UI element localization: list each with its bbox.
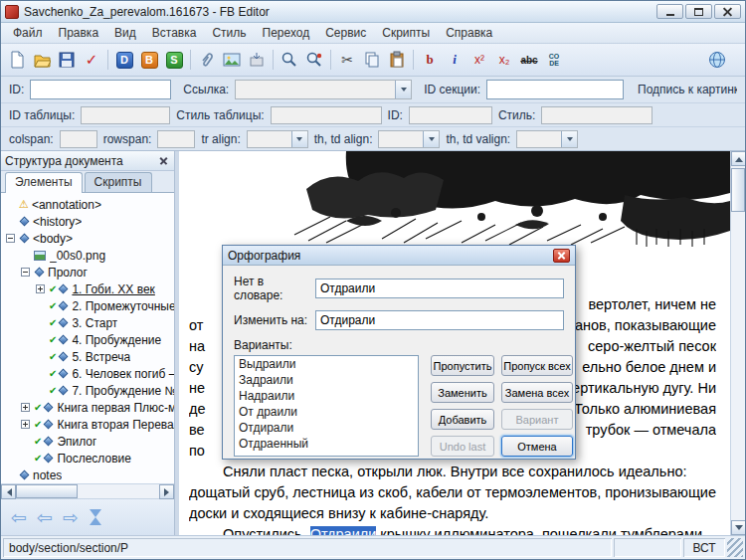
collapse-toggle[interactable] [21, 268, 30, 277]
panel-close-button[interactable] [156, 154, 170, 168]
scrollbar-thumb[interactable] [731, 168, 745, 212]
menu-view[interactable]: Вид [106, 24, 144, 42]
expand-toggle[interactable] [36, 284, 45, 293]
back-icon[interactable]: ⇦ [11, 508, 27, 527]
tree-item-section[interactable]: ✔6. Человек погиб — ч [1, 365, 174, 382]
tree-item-afterword[interactable]: ✔Послесловие [1, 450, 174, 467]
th-td-valign-combobox[interactable] [516, 130, 578, 148]
rowspan-input[interactable] [157, 130, 195, 148]
variant-option[interactable]: Надраили [235, 388, 418, 404]
tree-item-history[interactable]: <history> [1, 213, 174, 230]
scroll-down-button[interactable] [731, 520, 746, 535]
tree-item-section[interactable]: ✔1. Гоби. XX век [1, 280, 174, 297]
superscript-button[interactable]: x² [467, 48, 491, 72]
strikethrough-button[interactable]: abc [517, 48, 541, 72]
language-button[interactable] [705, 48, 729, 72]
open-button[interactable] [30, 48, 54, 72]
menu-help[interactable]: Справка [438, 24, 500, 42]
menu-insert[interactable]: Вставка [144, 24, 205, 42]
variant-option[interactable]: Выдраили [235, 356, 418, 372]
export-button[interactable] [245, 48, 269, 72]
tree-item-section[interactable]: ✔5. Встреча [1, 348, 174, 365]
tree-item-section[interactable]: ✔4. Пробуждение [1, 331, 174, 348]
tree-item-section[interactable]: ✔3. Старт [1, 314, 174, 331]
table-style-input[interactable] [271, 106, 382, 124]
replace-all-button[interactable]: Замена всех [501, 382, 573, 403]
new-document-button[interactable] [5, 48, 29, 72]
add-button[interactable]: Добавить [431, 409, 494, 430]
scrollbar-thumb[interactable] [16, 484, 78, 498]
resize-grip[interactable] [727, 538, 743, 557]
tree-item-body[interactable]: <body> [1, 230, 174, 247]
variant-option[interactable]: Задраили [235, 372, 418, 388]
variant-option[interactable]: Отдраенный [235, 436, 418, 452]
menu-style[interactable]: Стиль [204, 24, 254, 42]
skip-button[interactable]: Пропустить [431, 355, 494, 376]
attach-binary-button[interactable] [195, 48, 219, 72]
tab-elements[interactable]: Элементы [5, 172, 83, 193]
source-mode-button[interactable]: S [162, 48, 186, 72]
collapse-toggle[interactable] [6, 234, 15, 243]
id-input[interactable] [30, 80, 171, 99]
menu-file[interactable]: Файл [5, 24, 51, 42]
description-mode-button[interactable]: D [112, 48, 136, 72]
tree-item-notes[interactable]: notes [1, 467, 174, 483]
back-icon[interactable]: ⇦ [37, 508, 53, 527]
not-in-dict-input[interactable] [315, 279, 564, 298]
bold-button[interactable]: b [418, 48, 442, 72]
subscript-button[interactable]: x₂ [492, 48, 516, 72]
table-id-input[interactable] [81, 106, 170, 124]
dropdown-arrow-icon[interactable] [395, 81, 411, 98]
replace-button[interactable] [302, 48, 326, 72]
minimize-button[interactable] [656, 4, 683, 19]
find-button[interactable] [278, 48, 301, 72]
tree-item-image[interactable]: _00s0.png [1, 247, 174, 264]
tab-scripts[interactable]: Скрипты [85, 172, 152, 192]
paste-button[interactable] [385, 48, 409, 72]
replace-button[interactable]: Заменить [431, 382, 494, 403]
close-button[interactable] [714, 4, 741, 19]
colspan-input[interactable] [60, 130, 97, 148]
tree-item-book2[interactable]: ✔Книга вторая Перевалы [1, 416, 174, 433]
maximize-button[interactable] [685, 4, 712, 19]
italic-button[interactable]: i [443, 48, 466, 72]
dialog-titlebar[interactable]: Орфография [223, 246, 575, 266]
dialog-close-button[interactable] [553, 249, 570, 263]
dropdown-arrow-icon[interactable] [291, 131, 307, 147]
menu-service[interactable]: Сервис [317, 24, 374, 42]
tree-item-section[interactable]: ✔7. Пробуждение № 2 [1, 382, 174, 399]
save-button[interactable] [55, 48, 79, 72]
menu-goto[interactable]: Переход [255, 24, 318, 42]
menu-scripts[interactable]: Скрипты [374, 24, 438, 42]
skip-all-button[interactable]: Пропуск всех [501, 355, 573, 376]
copy-button[interactable] [360, 48, 384, 72]
tree-item-prolog[interactable]: Пролог [1, 264, 174, 280]
expand-toggle[interactable] [21, 420, 30, 429]
style-input[interactable] [541, 106, 653, 124]
cut-button[interactable]: ✂ [335, 48, 359, 72]
variant-option[interactable]: От драили [235, 404, 418, 420]
cancel-button[interactable]: Отмена [501, 436, 573, 457]
section-id-input[interactable] [486, 80, 624, 99]
dropdown-arrow-icon[interactable] [423, 131, 439, 147]
th-td-align-combobox[interactable] [378, 130, 440, 148]
tree-item-annotation[interactable]: ⚠<annotation> [1, 196, 174, 213]
scroll-left-button[interactable] [1, 484, 16, 499]
link-combobox[interactable] [235, 80, 412, 99]
dropdown-arrow-icon[interactable] [561, 131, 577, 147]
tr-align-combobox[interactable] [247, 130, 308, 148]
code-button[interactable]: CODE [542, 48, 566, 72]
forward-icon[interactable]: ⇨ [63, 508, 79, 527]
insert-image-button[interactable] [220, 48, 244, 72]
tree-item-book1[interactable]: ✔Книга первая Плюс-мин [1, 399, 174, 416]
scroll-up-button[interactable] [731, 151, 746, 166]
validate-button[interactable]: ✓ [80, 48, 103, 72]
variants-listbox[interactable]: Выдраили Задраили Надраили От драили Отд… [234, 355, 419, 457]
expand-toggle[interactable] [21, 403, 30, 412]
tree-item-epilog[interactable]: ✔Эпилог [1, 433, 174, 450]
menu-edit[interactable]: Правка [51, 24, 107, 42]
titlebar[interactable]: Savchenko_Za_perevalom.161673 - FB Edito… [1, 1, 745, 23]
body-mode-button[interactable]: B [137, 48, 161, 72]
change-to-input[interactable] [315, 310, 564, 330]
tree-item-section[interactable]: ✔2. Промежуточные д [1, 297, 174, 314]
